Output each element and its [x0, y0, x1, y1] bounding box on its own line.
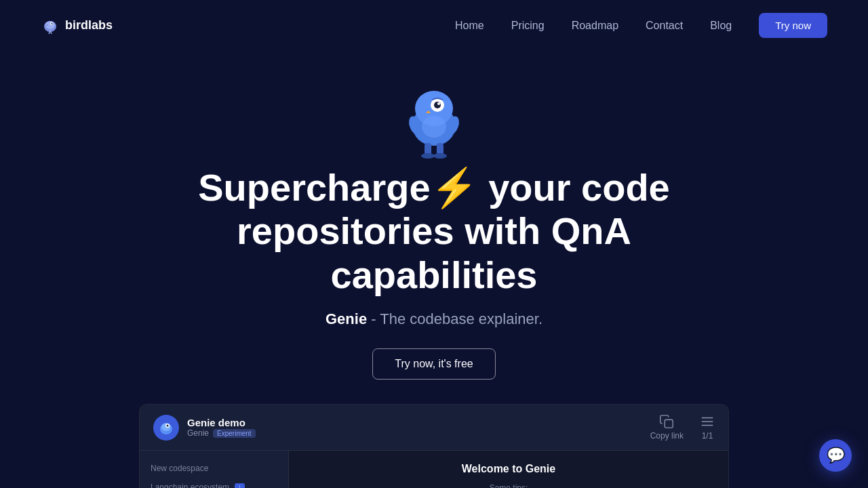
hero-subtitle-bold: Genie	[326, 310, 367, 327]
demo-card: Genie demo Genie Experiment Copy link	[139, 404, 729, 488]
sidebar-item-new-codespace[interactable]: New codespace	[140, 459, 288, 478]
nav-link-home[interactable]: Home	[455, 20, 484, 32]
langchain-label: Langchain ecosystem	[151, 483, 229, 488]
pagination-action: 1/1	[700, 414, 715, 441]
demo-card-right: Copy link 1/1	[650, 414, 715, 441]
demo-sidebar: New codespace Langchain ecosystem 1 New …	[140, 451, 289, 488]
demo-card-left: Genie demo Genie Experiment	[153, 415, 256, 441]
demo-tips-label: Some tips:	[304, 483, 713, 488]
copy-link-action[interactable]: Copy link	[650, 414, 684, 441]
demo-main: Welcome to Genie Some tips: 🔵 Currently,…	[289, 451, 728, 488]
nav-link-blog[interactable]: Blog	[710, 20, 732, 32]
navbar: birdlabs Home Pricing Roadmap Contact Bl…	[0, 0, 868, 51]
mascot-container	[393, 71, 475, 152]
copy-icon	[659, 414, 674, 429]
svg-point-9	[437, 102, 440, 105]
langchain-count-badge: 1	[235, 483, 245, 488]
hero-section: Supercharge⚡ your code repositories with…	[0, 51, 868, 488]
svg-point-8	[434, 102, 441, 108]
nav-try-button[interactable]: Try now	[759, 13, 827, 38]
mascot-icon	[393, 71, 475, 159]
nav-link-contact[interactable]: Contact	[646, 20, 683, 32]
bird-icon	[41, 16, 60, 35]
demo-badge-row: Genie Experiment	[187, 428, 256, 438]
demo-avatar	[153, 415, 179, 441]
logo-text: birdlabs	[65, 18, 113, 33]
svg-point-3	[52, 23, 53, 24]
pagination-label: 1/1	[702, 431, 713, 441]
demo-welcome-text: Welcome to Genie	[304, 463, 713, 475]
nav-link-pricing[interactable]: Pricing	[511, 20, 545, 32]
nav-links: Home Pricing Roadmap Contact Blog Try no…	[455, 13, 827, 38]
svg-point-6	[422, 116, 446, 138]
copy-link-label: Copy link	[650, 431, 684, 441]
demo-title-block: Genie demo Genie Experiment	[187, 417, 256, 438]
nav-link-roadmap[interactable]: Roadmap	[572, 20, 618, 32]
demo-content: New codespace Langchain ecosystem 1 New …	[140, 451, 728, 488]
chat-widget-icon: 💬	[827, 447, 845, 464]
sidebar-item-langchain[interactable]: Langchain ecosystem 1	[140, 478, 288, 488]
svg-point-14	[421, 153, 435, 159]
svg-point-19	[167, 424, 169, 426]
demo-badge: Experiment	[213, 429, 256, 438]
demo-card-header: Genie demo Genie Experiment Copy link	[140, 405, 728, 451]
cta-button[interactable]: Try now, it's free	[372, 348, 495, 380]
demo-name-small: Genie	[187, 428, 209, 438]
svg-point-15	[433, 153, 447, 159]
hero-subtitle-rest: - The codebase explainer.	[367, 310, 542, 327]
chat-widget[interactable]: 💬	[819, 439, 852, 472]
list-icon	[700, 414, 715, 429]
nav-logo[interactable]: birdlabs	[41, 16, 113, 35]
svg-rect-20	[665, 420, 673, 428]
new-codespace-label: New codespace	[151, 464, 208, 473]
demo-title-text: Genie demo	[187, 417, 245, 428]
hero-title: Supercharge⚡ your code repositories with…	[129, 166, 739, 297]
hero-subtitle: Genie - The codebase explainer.	[326, 310, 542, 328]
